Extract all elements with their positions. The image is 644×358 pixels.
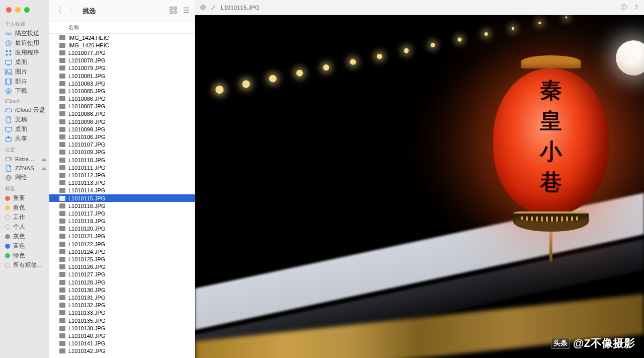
sidebar-item-tag-1[interactable]: 黄色 [0,203,49,212]
sidebar-item-icloud-0[interactable]: iCloud 云盘 [0,105,49,115]
file-row[interactable]: L1010086.JPG [49,95,195,103]
file-row[interactable]: L1010106.JPG [49,133,195,140]
file-row[interactable]: L1010142.JPG [49,347,195,355]
file-name: L1010132.JPG [68,302,105,308]
sidebar-item-loc-2[interactable]: 网络 [0,173,49,182]
file-row[interactable]: L1010114.JPG [49,187,195,194]
sidebar-item-loc-0[interactable]: Extre…⏏ [0,155,49,164]
sidebar-item-label: 最近使用 [15,39,39,47]
preview-close-button[interactable] [200,5,206,10]
file-row[interactable]: L1010130.JPG [49,286,195,294]
file-row[interactable]: L1010124.JPG [49,248,195,255]
file-row[interactable]: L1010079.JPG [49,64,195,72]
sidebar-item-tag-0[interactable]: 重要 [0,193,49,203]
file-thumbnail-icon [59,173,65,178]
file-list[interactable]: IMG_1424.HEICIMG_1425.HEICL1010077.JPGL1… [49,34,195,358]
file-row[interactable]: L1010083.JPG [49,80,195,87]
file-row[interactable]: L1010121.JPG [49,233,195,240]
ceiling-light-dot [269,74,277,83]
file-row[interactable]: L1010132.JPG [49,302,195,309]
ceiling-light-dot [376,53,383,60]
file-row[interactable]: L1010138.JPG [49,324,195,332]
nav-back-button[interactable]: 〈 [54,6,62,16]
sidebar-item-fav-0[interactable]: 隔空投送 [0,29,49,38]
ceiling-light-dot [295,69,303,77]
view-grid-icon[interactable] [170,7,177,15]
file-row[interactable]: L1010099.JPG [49,125,195,133]
sidebar-item-tag-6[interactable]: 绿色 [0,251,49,260]
file-row[interactable]: L1010115.JPG [49,194,195,202]
sidebar-item-label: 灰色 [13,233,25,240]
sidebar-item-fav-4[interactable]: 图片 [0,67,49,77]
svg-rect-6 [6,60,12,64]
file-name: L1010140.JPG [68,333,105,339]
file-row[interactable]: L1010111.JPG [49,164,195,171]
file-row[interactable]: L1010135.JPG [49,317,195,324]
sidebar-item-icloud-3[interactable]: 共享 [0,134,49,144]
sidebar-item-fav-2[interactable]: 应用程序 [0,48,49,57]
eject-icon[interactable]: ⏏ [42,166,46,171]
column-header-name[interactable]: 名称 [49,22,195,34]
file-row[interactable]: L1010077.JPG [49,49,195,56]
file-name: L1010120.JPG [68,226,105,232]
ceiling-light-dot [565,16,568,19]
file-thumbnail-icon [59,249,65,254]
preview-share-icon[interactable]: ⇪ [634,4,639,11]
file-row[interactable]: L1010141.JPG [49,340,195,347]
sidebar-item-icloud-1[interactable]: 文稿 [0,115,49,124]
file-row[interactable]: L1010109.JPG [49,149,195,156]
sidebar-item-tag-3[interactable]: 个人 [0,222,49,232]
file-row[interactable]: L1010112.JPG [49,171,195,179]
sidebar-item-fav-3[interactable]: 桌面 [0,57,49,67]
file-row[interactable]: L1010128.JPG [49,278,195,286]
file-thumbnail-icon [59,150,65,155]
folder-title: 挑选 [83,7,96,16]
minimize-window-button[interactable] [15,7,21,13]
file-row[interactable]: L1010081.JPG [49,72,195,80]
file-row[interactable]: L1010122.JPG [49,240,195,248]
file-row[interactable]: L1010107.JPG [49,141,195,149]
sidebar-header-tags: 标签 [0,182,49,193]
sidebar-item-fav-5[interactable]: 影片 [0,77,49,86]
file-row[interactable]: L1010085.JPG [49,87,195,95]
file-row[interactable]: L1010127.JPG [49,271,195,278]
preview-info-icon[interactable]: ⓘ [621,4,627,11]
file-row[interactable]: L1010119.JPG [49,218,195,225]
file-row[interactable]: L1010078.JPG [49,57,195,64]
ceiling-light-dot [430,43,435,48]
file-thumbnail-icon [59,257,65,262]
sidebar-item-fav-1[interactable]: 最近使用 [0,38,49,48]
sidebar-item-loc-1[interactable]: ZZNAS⏏ [0,164,49,173]
file-row[interactable]: L1010113.JPG [49,179,195,187]
file-row[interactable]: L1010117.JPG [49,209,195,217]
sidebar-item-tag-4[interactable]: 灰色 [0,232,49,241]
eject-icon[interactable]: ⏏ [42,157,46,162]
preview-restore-icon[interactable]: ⤢ [211,4,216,11]
tag-dot-icon [5,263,10,268]
file-row[interactable]: L1010140.JPG [49,332,195,339]
file-name: L1010087.JPG [68,103,105,109]
sidebar-header-locations: 位置 [0,144,49,155]
file-row[interactable]: IMG_1425.HEIC [49,41,195,49]
sidebar-item-tag-2[interactable]: 工作 [0,212,49,222]
sidebar-item-tag-7[interactable]: 所有标签… [0,260,49,270]
file-row[interactable]: L1010131.JPG [49,294,195,301]
file-row[interactable]: L1010116.JPG [49,202,195,209]
file-row[interactable]: L1010098.JPG [49,118,195,125]
nav-forward-button[interactable]: 〉 [69,6,76,16]
zoom-window-button[interactable] [24,7,30,13]
view-list-icon[interactable] [183,7,190,15]
sidebar-item-icloud-2[interactable]: 桌面 [0,124,49,134]
file-row[interactable]: L1010133.JPG [49,309,195,317]
close-window-button[interactable] [6,7,12,13]
file-row[interactable]: L1010087.JPG [49,103,195,110]
sidebar-item-fav-6[interactable]: 下载 [0,86,49,96]
sidebar-item-tag-5[interactable]: 蓝色 [0,241,49,251]
file-row[interactable]: IMG_1424.HEIC [49,34,195,41]
file-row[interactable]: L1010120.JPG [49,225,195,233]
file-thumbnail-icon [59,127,65,132]
file-row[interactable]: L1010088.JPG [49,110,195,118]
file-row[interactable]: L1010110.JPG [49,156,195,164]
file-row[interactable]: L1010126.JPG [49,263,195,271]
file-row[interactable]: L1010125.JPG [49,255,195,263]
